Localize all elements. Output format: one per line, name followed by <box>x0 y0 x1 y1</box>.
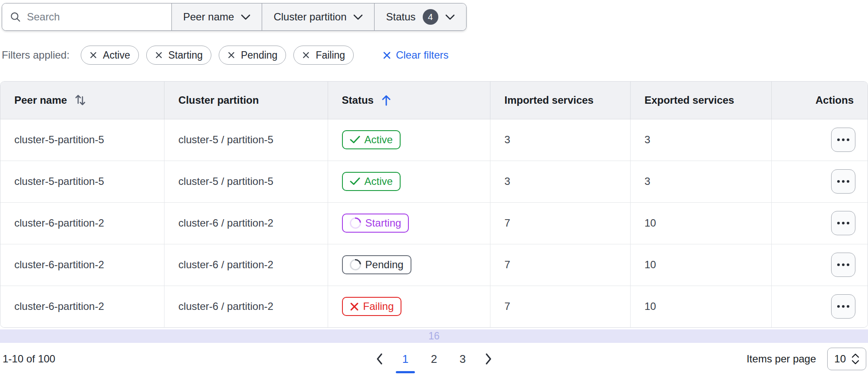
column-label: Imported services <box>504 94 593 106</box>
dropdown-cluster-partition[interactable]: Cluster partition <box>262 3 374 30</box>
cell-actions <box>771 119 868 161</box>
row-actions-button[interactable] <box>831 169 855 194</box>
sort-ascending-icon <box>381 94 391 107</box>
x-icon <box>302 51 310 59</box>
chevron-down-icon <box>241 14 250 20</box>
results-range-label: 1-10 of 100 <box>3 353 55 365</box>
column-header-cluster-partition[interactable]: Cluster partition <box>164 82 328 119</box>
cell-status: Active <box>328 161 490 202</box>
status-badge-label: Active <box>365 175 393 188</box>
status-badge: Active <box>342 172 401 191</box>
cell-status: Active <box>328 119 490 161</box>
column-header-exported-services[interactable]: Exported services <box>630 82 771 119</box>
search-icon <box>10 11 21 23</box>
filter-chip-label: Active <box>103 49 130 61</box>
ellipsis-icon <box>837 138 840 141</box>
cell-exported-services: 10 <box>630 202 771 244</box>
items-per-page-label: Items per page <box>746 353 816 365</box>
cell-imported-services: 7 <box>490 244 631 286</box>
table-row: cluster-6-partition-2 cluster-6 / partit… <box>0 286 868 327</box>
page-button-1[interactable]: 1 <box>397 349 414 368</box>
cell-cluster-partition: cluster-5 / partition-5 <box>164 119 328 161</box>
table-row: cluster-5-partition-5 cluster-5 / partit… <box>0 161 868 202</box>
clear-filters-link[interactable]: Clear filters <box>383 49 448 61</box>
x-icon <box>227 51 235 59</box>
clear-filters-label: Clear filters <box>396 49 448 61</box>
ellipsis-icon <box>837 180 840 183</box>
filter-chip-label: Starting <box>168 49 203 61</box>
peers-table: Peer name Cluster partition St <box>0 81 868 328</box>
column-label: Status <box>342 94 374 106</box>
page-button-2[interactable]: 2 <box>425 349 443 368</box>
column-label: Exported services <box>644 94 734 106</box>
cell-actions <box>771 244 868 286</box>
column-label: Peer name <box>14 94 67 106</box>
cell-actions <box>771 161 868 202</box>
filter-toolbar: Peer name Cluster partition Status 4 <box>2 3 868 31</box>
cell-imported-services: 3 <box>490 161 631 202</box>
overflow-indicator-value: 16 <box>428 330 440 342</box>
check-icon <box>350 135 360 144</box>
ellipsis-icon <box>837 222 840 224</box>
dropdown-peer-name[interactable]: Peer name <box>171 3 262 30</box>
filter-chip-failing[interactable]: Failing <box>293 46 354 65</box>
status-badge-label: Starting <box>365 217 401 229</box>
cell-peer-name: cluster-6-partition-2 <box>0 286 164 327</box>
status-badge: Pending <box>342 255 411 274</box>
filter-chips: Active Starting Pending Failing <box>81 46 361 65</box>
column-header-peer-name[interactable]: Peer name <box>0 82 164 119</box>
filter-chip-starting[interactable]: Starting <box>146 46 211 65</box>
filter-chip-active[interactable]: Active <box>81 46 139 65</box>
ellipsis-icon <box>837 305 840 308</box>
items-per-page-select[interactable]: 10 <box>827 348 866 370</box>
sort-both-icon <box>75 93 86 107</box>
search-filter-group: Peer name Cluster partition Status 4 <box>2 3 467 31</box>
filters-applied-row: Filters applied: Active Starting Pending… <box>2 46 868 65</box>
cell-cluster-partition: cluster-6 / partition-2 <box>164 286 328 327</box>
next-page-button[interactable] <box>483 353 495 365</box>
row-actions-button[interactable] <box>831 128 855 152</box>
table-row: cluster-6-partition-2 cluster-6 / partit… <box>0 244 868 286</box>
table-header-row: Peer name Cluster partition St <box>0 82 868 119</box>
filter-chip-pending[interactable]: Pending <box>219 46 286 65</box>
column-header-status[interactable]: Status <box>328 82 490 119</box>
check-icon <box>350 177 360 186</box>
cell-exported-services: 3 <box>630 161 771 202</box>
x-icon <box>350 302 359 311</box>
pagination-footer: 1-10 of 100 123 Items per page 10 <box>0 343 868 375</box>
status-badge: Active <box>342 130 401 149</box>
dropdown-status[interactable]: Status 4 <box>374 3 466 30</box>
x-icon <box>89 51 97 59</box>
spinner-icon <box>347 215 363 231</box>
search-box[interactable] <box>2 3 171 30</box>
items-per-page-value: 10 <box>834 353 846 365</box>
stepper-icon <box>852 353 859 365</box>
cell-status: Failing <box>328 286 490 327</box>
overflow-indicator-bar: 16 <box>0 329 868 343</box>
column-header-imported-services[interactable]: Imported services <box>490 82 631 119</box>
column-label: Actions <box>815 94 854 106</box>
chevron-down-icon <box>353 14 363 20</box>
column-header-actions: Actions <box>771 82 868 119</box>
cell-exported-services: 3 <box>630 119 771 161</box>
row-actions-button[interactable] <box>831 294 855 319</box>
cell-cluster-partition: cluster-6 / partition-2 <box>164 202 328 244</box>
filter-chip-label: Failing <box>316 49 345 61</box>
page-buttons: 123 <box>397 349 471 368</box>
ellipsis-icon <box>837 263 840 266</box>
pager: 123 <box>373 349 495 368</box>
row-actions-button[interactable] <box>831 253 855 277</box>
row-actions-button[interactable] <box>831 211 855 235</box>
cell-actions <box>771 202 868 244</box>
chevron-left-icon <box>376 353 383 365</box>
dropdown-peer-name-label: Peer name <box>183 11 234 23</box>
cell-peer-name: cluster-6-partition-2 <box>0 244 164 286</box>
dropdown-status-label: Status <box>386 11 415 23</box>
table-row: cluster-6-partition-2 cluster-6 / partit… <box>0 202 868 244</box>
page-button-3[interactable]: 3 <box>454 349 471 368</box>
cell-status: Starting <box>328 202 490 244</box>
table-row: cluster-5-partition-5 cluster-5 / partit… <box>0 119 868 161</box>
search-input[interactable] <box>27 11 164 23</box>
cell-peer-name: cluster-5-partition-5 <box>0 161 164 202</box>
previous-page-button[interactable] <box>373 353 385 365</box>
